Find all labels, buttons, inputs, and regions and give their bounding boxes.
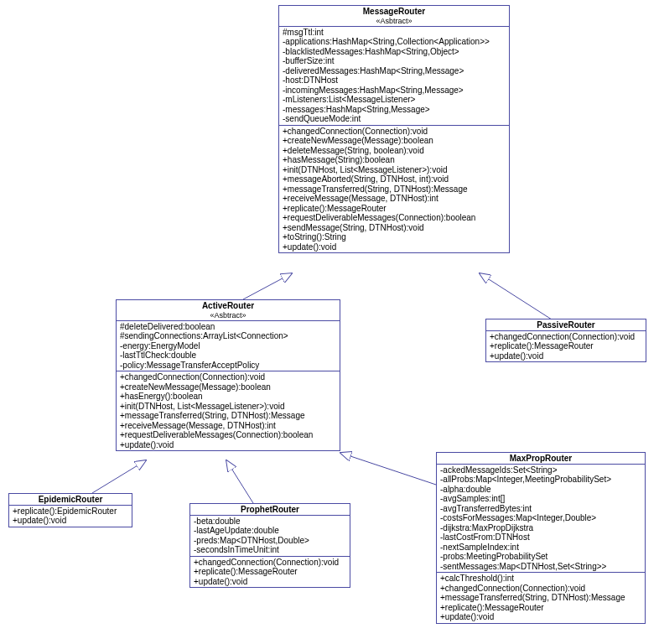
- member-row: +update():void: [13, 516, 128, 526]
- member-row: +replicate():MessageRouter: [490, 341, 642, 351]
- member-row: +hasEnergy():boolean: [120, 392, 336, 402]
- member-row: +replicate():MessageRouter: [283, 204, 506, 214]
- member-row: -costsForMessages:Map<Integer,Double>: [440, 513, 641, 523]
- member-row: -policy:MessageTransferAcceptPolicy: [120, 361, 336, 371]
- class-title: PassiveRouter: [486, 319, 646, 330]
- member-row: +hasMessage(String):boolean: [283, 155, 506, 165]
- member-row: -mListeners:List<MessageListener>: [283, 95, 506, 105]
- member-row: -beta:double: [194, 517, 346, 527]
- member-row: -nextSampleIndex:int: [440, 543, 641, 553]
- member-row: +toString():String: [283, 232, 506, 242]
- operations: +replicate():EpidemicRouter+update():voi…: [9, 505, 132, 527]
- member-row: -sentMessages:Map<DTNHost,Set<String>>: [440, 562, 641, 572]
- member-row: +changedConnection(Connection):void: [194, 558, 346, 568]
- member-row: +update():void: [440, 612, 641, 622]
- member-row: -avgSamples:int[]: [440, 494, 641, 504]
- member-row: +replicate():MessageRouter: [440, 603, 641, 613]
- member-row: +messageTransferred(String, DTNHost):Mes…: [283, 184, 506, 195]
- class-epidemic-router: EpidemicRouter +replicate():EpidemicRout…: [8, 493, 132, 527]
- class-title: EpidemicRouter: [9, 494, 132, 505]
- member-row: +changedConnection(Connection):void: [440, 584, 641, 594]
- member-row: -deliveredMessages:HashMap<String,Messag…: [283, 66, 506, 76]
- attributes: -ackedMessageIds:Set<String>-allProbs:Ma…: [437, 464, 645, 573]
- member-row: -avgTransferredBytes:int: [440, 504, 641, 514]
- member-row: +update():void: [283, 242, 506, 252]
- class-stereotype: «Asbtract»: [279, 17, 509, 26]
- operations: +changedConnection(Connection):void+crea…: [117, 371, 340, 450]
- member-row: #msgTtl:int: [283, 28, 506, 38]
- member-row: +update():void: [490, 351, 642, 361]
- member-row: +update():void: [194, 577, 346, 587]
- member-row: +createNewMessage(Message):boolean: [120, 382, 336, 392]
- member-row: +calcThreshold():int: [440, 574, 641, 584]
- operations: +changedConnection(Connection):void+repl…: [486, 330, 646, 362]
- member-row: +receiveMessage(Message, DTNHost):int: [120, 421, 336, 431]
- member-row: -preds:Map<DTNHost,Double>: [194, 536, 346, 546]
- member-row: -host:DTNHost: [283, 75, 506, 86]
- member-row: +update():void: [120, 440, 336, 450]
- attributes: -beta:double-lastAgeUpdate:double-preds:…: [190, 515, 350, 556]
- class-title: ProphetRouter: [190, 504, 350, 515]
- member-row: +changedConnection(Connection):void: [120, 372, 336, 382]
- member-row: +requestDeliverableMessages(Connection):…: [283, 213, 506, 223]
- member-row: -sendQueueMode:int: [283, 114, 506, 124]
- class-message-router: MessageRouter «Asbtract» #msgTtl:int-app…: [278, 5, 510, 253]
- member-row: +changedConnection(Connection):void: [490, 332, 642, 342]
- member-row: -energy:EnergyModel: [120, 341, 336, 351]
- member-row: +messageAborted(String, DTNHost, int):vo…: [283, 174, 506, 184]
- class-title: ActiveRouter: [117, 300, 340, 311]
- class-title: MessageRouter: [279, 6, 509, 17]
- member-row: -secondsInTimeUnit:int: [194, 545, 346, 555]
- member-row: +messageTransferred(String, DTNHost):Mes…: [120, 411, 336, 421]
- class-maxprop-router: MaxPropRouter -ackedMessageIds:Set<Strin…: [436, 452, 646, 624]
- class-passive-router: PassiveRouter +changedConnection(Connect…: [485, 319, 646, 362]
- class-active-router: ActiveRouter «Asbtract» #deleteDelivered…: [116, 299, 340, 451]
- member-row: +replicate():MessageRouter: [194, 567, 346, 577]
- member-row: -lastAgeUpdate:double: [194, 526, 346, 536]
- member-row: #deleteDelivered:boolean: [120, 322, 336, 332]
- member-row: -alpha:double: [440, 485, 641, 495]
- member-row: -ackedMessageIds:Set<String>: [440, 465, 641, 475]
- member-row: -incomingMessages:HashMap<String,Message…: [283, 86, 506, 96]
- member-row: -lastTtlCheck:double: [120, 351, 336, 361]
- operations: +calcThreshold():int+changedConnection(C…: [437, 572, 645, 623]
- member-row: +sendMessage(String, DTNHost):void: [283, 223, 506, 233]
- member-row: +changedConnection(Connection):void: [283, 127, 506, 137]
- member-row: -blacklistedMessages:HashMap<String,Obje…: [283, 47, 506, 57]
- member-row: +messageTransferred(String, DTNHost):Mes…: [440, 593, 641, 603]
- class-stereotype: «Asbtract»: [117, 311, 340, 320]
- member-row: +createNewMessage(Message):boolean: [283, 136, 506, 146]
- class-prophet-router: ProphetRouter -beta:double-lastAgeUpdate…: [189, 503, 350, 588]
- attributes: #msgTtl:int-applications:HashMap<String,…: [279, 26, 509, 125]
- member-row: -lastCostFrom:DTNHost: [440, 532, 641, 543]
- member-row: +init(DTNHost, List<MessageListener>):vo…: [283, 165, 506, 175]
- member-row: -applications:HashMap<String,Collection<…: [283, 37, 506, 47]
- member-row: -probs:MeetingProbabilitySet: [440, 552, 641, 562]
- member-row: +deleteMessage(String, boolean):void: [283, 146, 506, 156]
- class-title: MaxPropRouter: [437, 453, 645, 464]
- member-row: -bufferSize:int: [283, 56, 506, 66]
- member-row: -allProbs:Map<Integer,MeetingProbability…: [440, 475, 641, 485]
- member-row: -dijkstra:MaxPropDijkstra: [440, 523, 641, 533]
- member-row: +receiveMessage(Message, DTNHost):int: [283, 194, 506, 204]
- member-row: -messages:HashMap<String,Message>: [283, 105, 506, 115]
- operations: +changedConnection(Connection):void+repl…: [190, 556, 350, 588]
- member-row: +replicate():EpidemicRouter: [13, 506, 128, 517]
- member-row: +requestDeliverableMessages(Connection):…: [120, 430, 336, 440]
- member-row: +init(DTNHost, List<MessageListener>):vo…: [120, 402, 336, 412]
- operations: +changedConnection(Connection):void+crea…: [279, 125, 509, 253]
- attributes: #deleteDelivered:boolean#sendingConnecti…: [117, 320, 340, 371]
- member-row: #sendingConnections:ArrayList<Connection…: [120, 331, 336, 341]
